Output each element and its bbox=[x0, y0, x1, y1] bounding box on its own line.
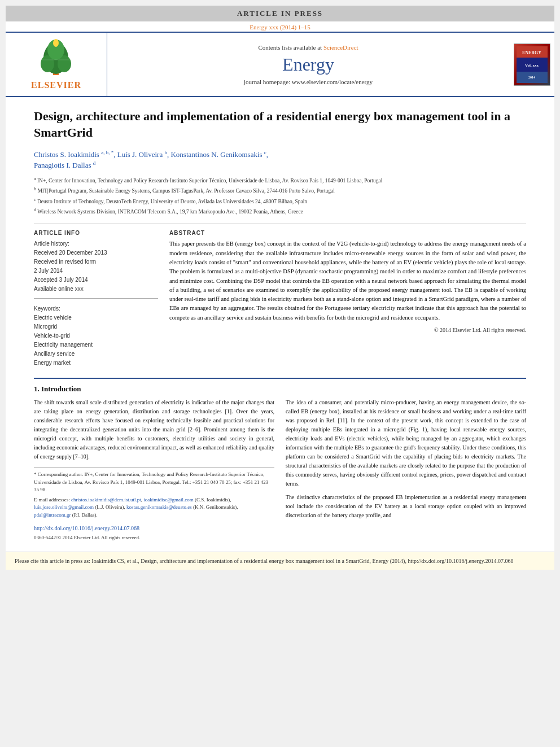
revised-label: Received in revised form bbox=[34, 257, 158, 267]
affiliations-section: a IN+, Center for Innovation, Technology… bbox=[34, 176, 526, 216]
svg-text:Vol. xxx: Vol. xxx bbox=[525, 63, 539, 68]
sciencedirect-link[interactable]: ScienceDirect bbox=[323, 44, 358, 51]
doi-link[interactable]: http://dx.doi.org/10.1016/j.energy.2014.… bbox=[34, 525, 139, 531]
article-info-abstract-section: ARTICLE INFO Article history: Received 2… bbox=[34, 224, 526, 368]
section-title: 1. Introduction bbox=[34, 385, 526, 394]
received-date: Received 20 December 2013 bbox=[34, 248, 158, 257]
page: ARTICLE IN PRESS Energy xxx (2014) 1–15 bbox=[6, 6, 554, 570]
journal-citation: Energy xxx (2014) 1–15 bbox=[6, 21, 554, 32]
copyright-line: © 2014 Elsevier Ltd. All rights reserved… bbox=[169, 327, 526, 333]
affiliation-a: a IN+, Center for Innovation, Technology… bbox=[34, 176, 526, 185]
keyword-3: Vehicle-to-grid bbox=[34, 331, 158, 340]
info-divider bbox=[34, 298, 158, 299]
banner-text: ARTICLE IN PRESS bbox=[237, 9, 323, 18]
authors-text-2: Panagiotis I. Dallas d bbox=[34, 161, 95, 169]
keyword-4: Electricity management bbox=[34, 340, 158, 350]
revised-date: 2 July 2014 bbox=[34, 267, 158, 276]
corresponding-author-note: * Corresponding author. IN+, Center for … bbox=[34, 471, 274, 494]
intro-col-left: The shift towards small scale distribute… bbox=[34, 398, 274, 540]
citation-bar-text: Please cite this article in press as: Io… bbox=[15, 558, 513, 564]
abstract-column: ABSTRACT This paper presents the EB (ene… bbox=[169, 230, 526, 368]
article-history: Article history: Received 20 December 20… bbox=[34, 239, 158, 294]
abstract-label: ABSTRACT bbox=[169, 230, 526, 236]
keyword-5: Ancillary service bbox=[34, 350, 158, 359]
affiliation-b: b MIT|Portugal Program, Sustainable Ener… bbox=[34, 186, 526, 195]
elsevier-tree-icon bbox=[33, 38, 78, 78]
affiliation-d: d Wireless Network Systems Division, INT… bbox=[34, 207, 526, 216]
article-info-label: ARTICLE INFO bbox=[34, 230, 158, 236]
main-content: Design, architecture and implementation … bbox=[6, 97, 554, 546]
journal-homepage: journal homepage: www.elsevier.com/locat… bbox=[244, 78, 373, 85]
svg-text:ENERGY: ENERGY bbox=[522, 50, 541, 55]
keywords-section: Keywords: Electric vehicle Microgrid Veh… bbox=[34, 304, 158, 368]
elsevier-logo-section: ELSEVIER bbox=[6, 33, 107, 96]
energy-journal-logo-icon: ENERGY Vol. xxx 2014 bbox=[517, 46, 548, 83]
introduction-section: 1. Introduction The shift towards small … bbox=[34, 378, 526, 540]
journal-header-section: ELSEVIER Contents lists available at Sci… bbox=[6, 32, 554, 97]
available-online: Available online xxx bbox=[34, 285, 158, 294]
affiliation-c: c Deusto Institute of Technology, Deusto… bbox=[34, 196, 526, 206]
svg-point-5 bbox=[53, 39, 59, 47]
introduction-columns: The shift towards small scale distribute… bbox=[34, 398, 526, 540]
intro-col-right: The idea of a consumer, and potentially … bbox=[286, 398, 526, 540]
article-title: Design, architecture and implementation … bbox=[34, 108, 526, 141]
abstract-text: This paper presents the EB (energy box) … bbox=[169, 239, 526, 322]
article-in-press-banner: ARTICLE IN PRESS bbox=[6, 6, 554, 21]
issn-line: 0360-5442/© 2014 Elsevier Ltd. All right… bbox=[34, 535, 274, 540]
authors-line: Christos S. Ioakimidis a, b, *, Luís J. … bbox=[34, 148, 526, 171]
keyword-2: Microgrid bbox=[34, 322, 158, 331]
history-label: Article history: bbox=[34, 239, 158, 248]
article-info-column: ARTICLE INFO Article history: Received 2… bbox=[34, 230, 158, 368]
elsevier-brand-text: ELSEVIER bbox=[31, 80, 81, 90]
journal-citation-text: Energy xxx (2014) 1–15 bbox=[250, 24, 310, 30]
keyword-6: Energy market bbox=[34, 359, 158, 368]
energy-logo-box: ENERGY Vol. xxx 2014 bbox=[514, 43, 550, 86]
intro-para-1: The shift towards small scale distribute… bbox=[34, 398, 274, 461]
authors-text: Christos S. Ioakimidis a, b, *, Luís J. … bbox=[34, 150, 268, 159]
citation-bar: Please cite this article in press as: Io… bbox=[6, 552, 554, 570]
accepted-date: Accepted 3 July 2014 bbox=[34, 276, 158, 285]
intro-para-2: The idea of a consumer, and potentially … bbox=[286, 398, 526, 520]
elsevier-logo: ELSEVIER bbox=[31, 38, 81, 90]
journal-info-center: Contents lists available at ScienceDirec… bbox=[107, 33, 509, 96]
keywords-label: Keywords: bbox=[34, 304, 158, 313]
section-name: Introduction bbox=[41, 385, 81, 393]
energy-logo-section: ENERGY Vol. xxx 2014 bbox=[509, 33, 554, 96]
footnote-area: * Corresponding author. IN+, Center for … bbox=[34, 467, 274, 540]
contents-available-text: Contents lists available at ScienceDirec… bbox=[258, 44, 358, 51]
email-addresses-note: E-mail addresses: christos.ioakimidis@de… bbox=[34, 496, 274, 519]
section-number: 1. bbox=[34, 385, 40, 393]
keyword-1: Electric vehicle bbox=[34, 313, 158, 322]
journal-name: Energy bbox=[282, 54, 334, 75]
svg-text:2014: 2014 bbox=[528, 76, 535, 79]
